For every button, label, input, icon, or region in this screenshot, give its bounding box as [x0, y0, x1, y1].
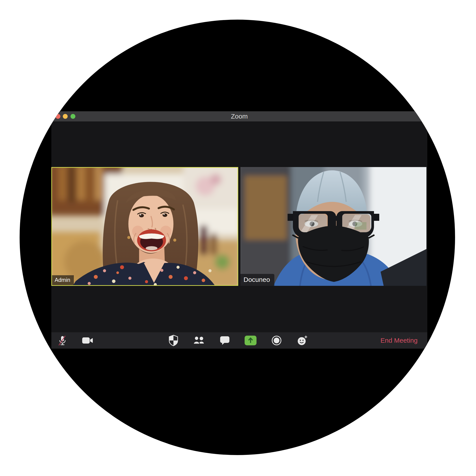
participants-icon — [193, 336, 205, 345]
participants-button[interactable] — [189, 332, 209, 349]
backdrop-circle: Zoom — [20, 20, 455, 455]
video-tile-docuneo[interactable]: Docuneo — [240, 167, 426, 286]
participant-name-label: Docuneo — [240, 274, 274, 286]
security-shield-icon — [168, 335, 178, 346]
chat-button[interactable] — [215, 332, 235, 349]
reactions-button[interactable] — [292, 332, 312, 349]
window-title: Zoom — [51, 111, 427, 121]
zoom-window: Zoom — [51, 111, 427, 349]
video-grid: Admin — [51, 167, 426, 286]
microphone-muted-icon — [57, 335, 68, 346]
mute-button[interactable] — [52, 332, 72, 349]
video-button[interactable] — [78, 332, 98, 349]
docuneo-video-feed — [240, 167, 426, 286]
chat-bubble-icon — [220, 336, 230, 345]
share-screen-icon — [244, 335, 257, 345]
share-screen-button[interactable] — [241, 332, 260, 349]
record-icon — [271, 335, 282, 346]
end-meeting-button[interactable]: End Meeting — [381, 332, 418, 349]
video-camera-icon — [82, 337, 93, 344]
video-tile-admin[interactable]: Admin — [51, 167, 238, 286]
participant-name-label: Admin — [52, 275, 74, 285]
record-button[interactable] — [267, 332, 287, 349]
security-button[interactable] — [164, 332, 183, 349]
window-titlebar: Zoom — [51, 111, 427, 121]
reactions-icon — [297, 335, 308, 346]
admin-video-feed — [52, 168, 238, 285]
stage: Zoom — [0, 0, 476, 476]
meeting-toolbar: End Meeting — [51, 332, 427, 349]
